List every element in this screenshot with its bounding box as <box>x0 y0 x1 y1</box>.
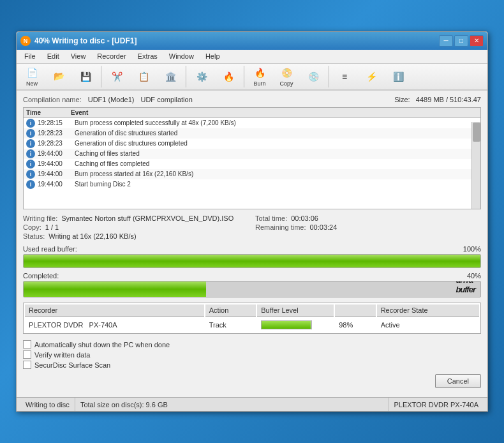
library-icon: 🏛️ <box>163 70 177 84</box>
log-time: 19:44:00 <box>38 150 75 157</box>
checkbox-shutdown[interactable] <box>23 340 31 349</box>
checkbox-verify-row: Verify written data <box>23 350 481 359</box>
log-info-icon: i <box>26 119 35 128</box>
completed-percent: 40% <box>467 272 481 280</box>
scrollbar-thumb[interactable] <box>473 123 480 142</box>
total-time-row: Total time: 00:03:06 <box>255 214 481 222</box>
window-title: 40% Writing to disc - [UDF1] <box>34 36 137 45</box>
toolbar-burn-label: Burn <box>253 80 265 87</box>
close-button[interactable]: ✕ <box>470 35 484 47</box>
cut-icon: ✂️ <box>110 70 124 84</box>
menu-edit[interactable]: Edit <box>42 51 64 61</box>
menu-extras[interactable]: Extras <box>133 51 163 61</box>
bottom-buttons: Cancel <box>23 374 481 388</box>
completed-fill <box>24 282 206 297</box>
title-bar-left: N 40% Writing to disc - [UDF1] <box>20 36 137 46</box>
checkbox-securdisc[interactable] <box>23 361 31 369</box>
log-time: 19:44:00 <box>38 160 75 167</box>
buffer-bar-container <box>261 320 312 329</box>
toolbar-save-button[interactable]: 💾 <box>73 64 98 89</box>
toolbar-disc-button[interactable]: 💿 <box>300 64 326 89</box>
menu-help[interactable]: Help <box>200 51 225 61</box>
new-icon: 📄 <box>25 66 39 80</box>
writing-file-row: Writing file: Symantec Norton stuff (GRM… <box>23 214 249 222</box>
log-event: Caching of files completed <box>75 160 149 167</box>
log-row: i 19:28:23 Generation of disc structures… <box>24 139 480 149</box>
log-info-icon: i <box>26 129 35 138</box>
log-event: Burn process completed successfully at 4… <box>75 119 236 126</box>
toolbar-separator-1 <box>101 66 101 87</box>
info-icon: ℹ️ <box>391 70 405 84</box>
log-row: i 19:44:00 Caching of files completed <box>24 159 480 169</box>
toolbar-cut-button[interactable]: ✂️ <box>104 64 130 89</box>
status-total-size: Total size on disc(s): 9.6 GB <box>75 398 173 411</box>
log-row: i 19:28:15 Burn process completed succes… <box>24 118 480 128</box>
scrollbar-track[interactable] <box>471 122 480 209</box>
log-event: Generation of disc structures started <box>75 130 177 137</box>
checkboxes-section: Automatically shut down the PC when done… <box>23 340 481 369</box>
completed-section: Completed: 40% uITra buffer <box>23 272 481 297</box>
completed-label: Completed: <box>23 272 59 280</box>
status-writing: Writing to disc <box>20 398 75 411</box>
log-info-icon: i <box>26 139 35 148</box>
menu-recorder[interactable]: Recorder <box>92 51 131 61</box>
menu-bar: File Edit View Recorder Extras Window He… <box>17 50 487 64</box>
status-row: Status: Writing at 16x (22,160 KB/s) <box>23 232 249 240</box>
checkbox-shutdown-label: Automatically shut down the PC when done <box>34 341 170 349</box>
cancel-button[interactable]: Cancel <box>435 374 481 388</box>
log-time: 19:44:00 <box>38 181 75 188</box>
menu-window[interactable]: Window <box>164 51 199 61</box>
toolbar-new-button[interactable]: 📄 New <box>19 64 45 89</box>
toolbar-ultraiso-button[interactable]: ⚡ <box>359 64 384 89</box>
toolbar-burn-button[interactable]: 🔥 Burn <box>247 64 272 89</box>
menu-view[interactable]: View <box>66 51 91 61</box>
toolbar-copy-label: Copy <box>279 80 293 87</box>
log-body[interactable]: i 19:28:15 Burn process completed succes… <box>24 118 480 204</box>
buffer-bar-fill <box>262 321 310 329</box>
log-event: Start burning Disc 2 <box>75 181 131 188</box>
minimize-button[interactable]: ─ <box>439 35 453 47</box>
window-controls: ─ □ ✕ <box>439 35 484 47</box>
status-bar: Writing to disc Total size on disc(s): 9… <box>17 397 487 411</box>
remaining-time-row: Remaining time: 00:03:24 <box>255 223 481 231</box>
recorder-row: PLEXTOR DVDR PX-740A Track 98% Active <box>25 318 479 332</box>
log-event: Burn process started at 16x (22,160 KB/s… <box>75 170 193 177</box>
toolbar-list-button[interactable]: ≡ <box>332 64 357 89</box>
list-icon: ≡ <box>337 70 352 84</box>
toolbar-copy-button[interactable]: 📋 <box>131 64 156 89</box>
recorder-state: Active <box>377 318 479 332</box>
tools-icon: ⚙️ <box>195 70 209 84</box>
log-row: i 19:44:00 Burn process started at 16x (… <box>24 169 480 179</box>
status-info-label: Status: <box>23 232 45 240</box>
toolbar-tools-button[interactable]: ⚙️ <box>189 64 214 89</box>
ultra-buffer-logo: uITra buffer <box>456 281 475 294</box>
log-row: i 19:44:00 Caching of files started <box>24 149 480 159</box>
toolbar-erase-button[interactable]: 🔥 <box>216 64 241 89</box>
writing-file-label: Writing file: <box>23 214 57 222</box>
log-area: Time Event i 19:28:15 Burn process compl… <box>23 107 481 209</box>
read-buffer-fill <box>24 255 480 267</box>
toolbar-open-button[interactable]: 📂 <box>46 64 71 89</box>
maximize-button[interactable]: □ <box>454 35 468 47</box>
burn-icon: 🔥 <box>253 66 267 80</box>
log-info-icon: i <box>26 180 35 189</box>
info-grid: Writing file: Symantec Norton stuff (GRM… <box>23 214 481 240</box>
read-buffer-section: Used read buffer: 100% <box>23 245 481 268</box>
menu-file[interactable]: File <box>19 51 41 61</box>
compilation-info: Compilation name: UDF1 (Mode1) UDF compi… <box>23 96 481 103</box>
read-buffer-label: Used read buffer: <box>23 245 77 253</box>
read-buffer-bar <box>23 254 481 268</box>
recorder-buffer-bar <box>257 318 334 332</box>
toolbar-info-button[interactable]: ℹ️ <box>385 64 411 89</box>
total-time-value: 00:03:06 <box>291 214 318 222</box>
ultraiso-icon: ⚡ <box>364 70 378 84</box>
main-window: N 40% Writing to disc - [UDF1] ─ □ ✕ Fil… <box>16 31 488 412</box>
toolbar-disc-copy-button[interactable]: 📀 Copy <box>274 64 299 89</box>
toolbar-library-button[interactable]: 🏛️ <box>158 64 183 89</box>
checkbox-verify[interactable] <box>23 350 31 359</box>
log-event: Generation of disc structures completed <box>75 140 188 147</box>
completed-bar: uITra buffer <box>23 281 481 297</box>
read-buffer-percent: 100% <box>463 245 481 253</box>
toolbar-separator-3 <box>244 66 244 87</box>
col-buffer-pct <box>335 304 375 317</box>
